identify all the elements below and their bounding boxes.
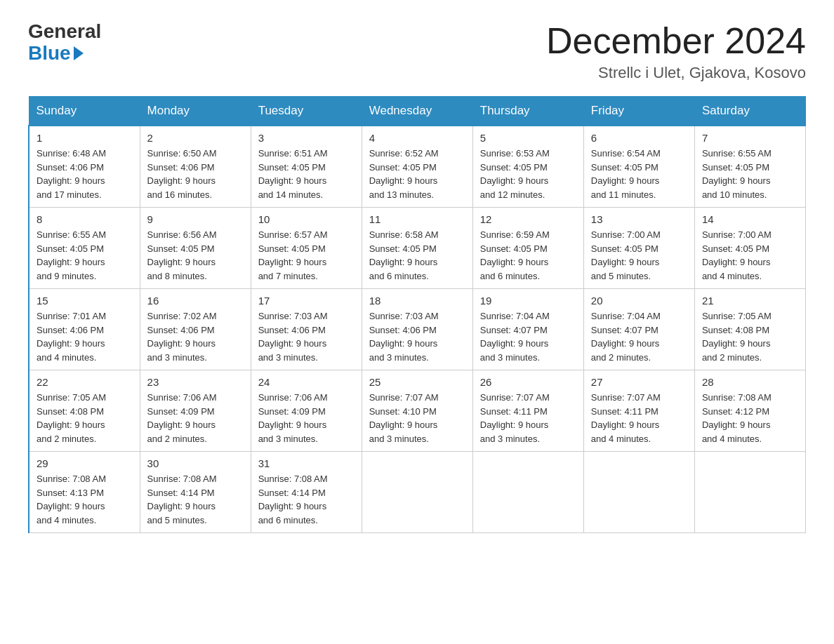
day-info: Sunrise: 7:03 AM Sunset: 4:06 PM Dayligh… [369,309,465,364]
day-info: Sunrise: 7:04 AM Sunset: 4:07 PM Dayligh… [591,309,687,364]
calendar-cell: 26Sunrise: 7:07 AM Sunset: 4:11 PM Dayli… [472,370,583,452]
calendar-title: December 2024 [546,21,806,61]
day-number: 27 [591,376,687,388]
day-number: 9 [147,213,244,225]
calendar-cell: 14Sunrise: 7:00 AM Sunset: 4:05 PM Dayli… [694,208,805,289]
calendar-cell [583,452,694,533]
day-number: 25 [369,376,465,388]
day-number: 13 [591,213,687,225]
header-tuesday: Tuesday [251,97,362,126]
calendar-cell [472,452,583,533]
calendar-cell: 23Sunrise: 7:06 AM Sunset: 4:09 PM Dayli… [140,370,251,452]
day-number: 17 [258,295,355,307]
day-number: 22 [37,376,133,388]
day-info: Sunrise: 7:07 AM Sunset: 4:11 PM Dayligh… [480,391,576,445]
day-info: Sunrise: 7:00 AM Sunset: 4:05 PM Dayligh… [702,228,798,283]
calendar-cell [694,452,805,533]
calendar-cell: 15Sunrise: 7:01 AM Sunset: 4:06 PM Dayli… [29,289,140,370]
logo-general-text: General [28,21,101,43]
header-sunday: Sunday [29,97,140,126]
day-info: Sunrise: 7:01 AM Sunset: 4:06 PM Dayligh… [37,309,133,364]
calendar-cell: 21Sunrise: 7:05 AM Sunset: 4:08 PM Dayli… [694,289,805,370]
day-number: 16 [147,295,244,307]
calendar-cell: 9Sunrise: 6:56 AM Sunset: 4:05 PM Daylig… [140,208,251,289]
calendar-cell: 5Sunrise: 6:53 AM Sunset: 4:05 PM Daylig… [472,126,583,208]
day-info: Sunrise: 6:53 AM Sunset: 4:05 PM Dayligh… [480,147,576,201]
header-wednesday: Wednesday [362,97,472,126]
day-info: Sunrise: 7:06 AM Sunset: 4:09 PM Dayligh… [147,391,244,445]
week-row-3: 15Sunrise: 7:01 AM Sunset: 4:06 PM Dayli… [29,289,806,370]
day-number: 29 [37,457,133,469]
calendar-cell [362,452,472,533]
calendar-cell: 19Sunrise: 7:04 AM Sunset: 4:07 PM Dayli… [472,289,583,370]
week-row-4: 22Sunrise: 7:05 AM Sunset: 4:08 PM Dayli… [29,370,806,452]
day-info: Sunrise: 7:08 AM Sunset: 4:12 PM Dayligh… [702,391,798,445]
day-info: Sunrise: 6:57 AM Sunset: 4:05 PM Dayligh… [258,228,355,283]
calendar-cell: 17Sunrise: 7:03 AM Sunset: 4:06 PM Dayli… [251,289,362,370]
calendar-cell: 12Sunrise: 6:59 AM Sunset: 4:05 PM Dayli… [472,208,583,289]
day-info: Sunrise: 7:05 AM Sunset: 4:08 PM Dayligh… [37,391,133,445]
day-number: 20 [591,295,687,307]
day-number: 23 [147,376,244,388]
calendar-cell: 1Sunrise: 6:48 AM Sunset: 4:06 PM Daylig… [29,126,140,208]
calendar-cell: 29Sunrise: 7:08 AM Sunset: 4:13 PM Dayli… [29,452,140,533]
calendar-cell: 2Sunrise: 6:50 AM Sunset: 4:06 PM Daylig… [140,126,251,208]
calendar-subtitle: Strellc i Ulet, Gjakova, Kosovo [546,64,806,82]
day-info: Sunrise: 7:07 AM Sunset: 4:11 PM Dayligh… [591,391,687,445]
day-info: Sunrise: 7:04 AM Sunset: 4:07 PM Dayligh… [480,309,576,364]
day-info: Sunrise: 7:08 AM Sunset: 4:14 PM Dayligh… [147,472,244,527]
day-number: 3 [258,132,355,144]
day-info: Sunrise: 6:51 AM Sunset: 4:05 PM Dayligh… [258,147,355,201]
day-info: Sunrise: 7:00 AM Sunset: 4:05 PM Dayligh… [591,228,687,283]
calendar-cell: 6Sunrise: 6:54 AM Sunset: 4:05 PM Daylig… [583,126,694,208]
week-row-2: 8Sunrise: 6:55 AM Sunset: 4:05 PM Daylig… [29,208,806,289]
calendar-cell: 30Sunrise: 7:08 AM Sunset: 4:14 PM Dayli… [140,452,251,533]
day-info: Sunrise: 7:03 AM Sunset: 4:06 PM Dayligh… [258,309,355,364]
day-number: 30 [147,457,244,469]
calendar-cell: 27Sunrise: 7:07 AM Sunset: 4:11 PM Dayli… [583,370,694,452]
day-info: Sunrise: 7:08 AM Sunset: 4:13 PM Dayligh… [37,472,133,527]
day-info: Sunrise: 7:06 AM Sunset: 4:09 PM Dayligh… [258,391,355,445]
calendar-table: SundayMondayTuesdayWednesdayThursdayFrid… [28,96,806,533]
day-info: Sunrise: 6:55 AM Sunset: 4:05 PM Dayligh… [702,147,798,201]
day-info: Sunrise: 7:08 AM Sunset: 4:14 PM Dayligh… [258,472,355,527]
day-number: 19 [480,295,576,307]
calendar-cell: 7Sunrise: 6:55 AM Sunset: 4:05 PM Daylig… [694,126,805,208]
day-info: Sunrise: 6:55 AM Sunset: 4:05 PM Dayligh… [37,228,133,283]
calendar-cell: 24Sunrise: 7:06 AM Sunset: 4:09 PM Dayli… [251,370,362,452]
calendar-cell: 20Sunrise: 7:04 AM Sunset: 4:07 PM Dayli… [583,289,694,370]
day-number: 26 [480,376,576,388]
calendar-cell: 11Sunrise: 6:58 AM Sunset: 4:05 PM Dayli… [362,208,472,289]
day-info: Sunrise: 6:56 AM Sunset: 4:05 PM Dayligh… [147,228,244,283]
day-number: 1 [37,132,133,144]
day-info: Sunrise: 7:07 AM Sunset: 4:10 PM Dayligh… [369,391,465,445]
logo: General Blue [28,21,101,65]
day-number: 4 [369,132,465,144]
day-info: Sunrise: 6:54 AM Sunset: 4:05 PM Dayligh… [591,147,687,201]
calendar-cell: 10Sunrise: 6:57 AM Sunset: 4:05 PM Dayli… [251,208,362,289]
day-number: 31 [258,457,355,469]
logo-blue-text: Blue [28,43,101,65]
day-number: 10 [258,213,355,225]
day-number: 15 [37,295,133,307]
calendar-cell: 31Sunrise: 7:08 AM Sunset: 4:14 PM Dayli… [251,452,362,533]
calendar-cell: 28Sunrise: 7:08 AM Sunset: 4:12 PM Dayli… [694,370,805,452]
calendar-cell: 25Sunrise: 7:07 AM Sunset: 4:10 PM Dayli… [362,370,472,452]
calendar-cell: 8Sunrise: 6:55 AM Sunset: 4:05 PM Daylig… [29,208,140,289]
day-info: Sunrise: 6:59 AM Sunset: 4:05 PM Dayligh… [480,228,576,283]
week-row-5: 29Sunrise: 7:08 AM Sunset: 4:13 PM Dayli… [29,452,806,533]
header-thursday: Thursday [472,97,583,126]
week-row-1: 1Sunrise: 6:48 AM Sunset: 4:06 PM Daylig… [29,126,806,208]
day-number: 24 [258,376,355,388]
calendar-header-row: SundayMondayTuesdayWednesdayThursdayFrid… [29,97,806,126]
day-number: 14 [702,213,798,225]
day-number: 28 [702,376,798,388]
calendar-cell: 18Sunrise: 7:03 AM Sunset: 4:06 PM Dayli… [362,289,472,370]
day-number: 11 [369,213,465,225]
calendar-cell: 22Sunrise: 7:05 AM Sunset: 4:08 PM Dayli… [29,370,140,452]
day-number: 7 [702,132,798,144]
day-number: 18 [369,295,465,307]
day-info: Sunrise: 6:52 AM Sunset: 4:05 PM Dayligh… [369,147,465,201]
day-number: 5 [480,132,576,144]
logo-triangle-icon [74,46,84,60]
